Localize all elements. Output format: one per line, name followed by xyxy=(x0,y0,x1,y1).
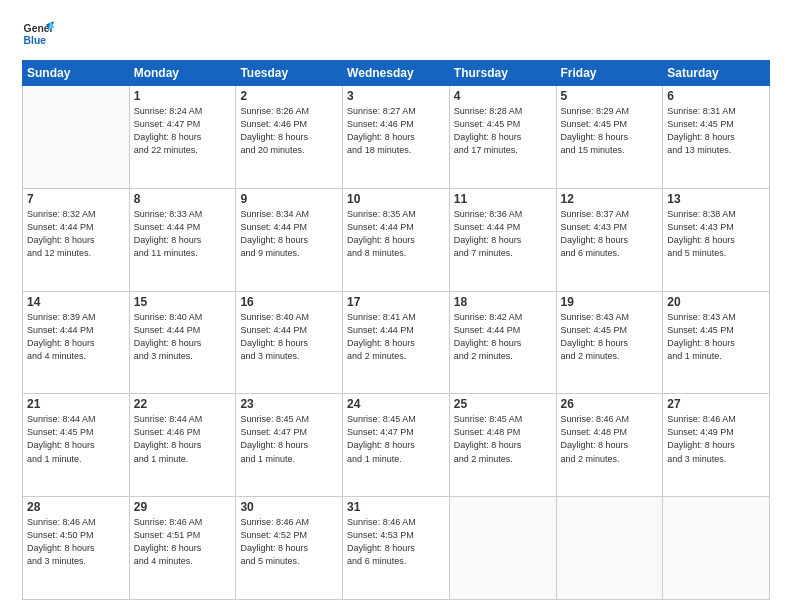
calendar-week-row: 7Sunrise: 8:32 AMSunset: 4:44 PMDaylight… xyxy=(23,188,770,291)
day-info: Sunrise: 8:32 AMSunset: 4:44 PMDaylight:… xyxy=(27,208,125,260)
calendar-cell: 27Sunrise: 8:46 AMSunset: 4:49 PMDayligh… xyxy=(663,394,770,497)
day-info: Sunrise: 8:46 AMSunset: 4:48 PMDaylight:… xyxy=(561,413,659,465)
day-info: Sunrise: 8:34 AMSunset: 4:44 PMDaylight:… xyxy=(240,208,338,260)
calendar-week-row: 21Sunrise: 8:44 AMSunset: 4:45 PMDayligh… xyxy=(23,394,770,497)
day-info: Sunrise: 8:27 AMSunset: 4:46 PMDaylight:… xyxy=(347,105,445,157)
day-number: 22 xyxy=(134,397,232,411)
calendar-col-header-sunday: Sunday xyxy=(23,61,130,86)
calendar-cell: 2Sunrise: 8:26 AMSunset: 4:46 PMDaylight… xyxy=(236,86,343,189)
calendar-cell: 17Sunrise: 8:41 AMSunset: 4:44 PMDayligh… xyxy=(343,291,450,394)
calendar-week-row: 14Sunrise: 8:39 AMSunset: 4:44 PMDayligh… xyxy=(23,291,770,394)
calendar-cell: 9Sunrise: 8:34 AMSunset: 4:44 PMDaylight… xyxy=(236,188,343,291)
day-info: Sunrise: 8:43 AMSunset: 4:45 PMDaylight:… xyxy=(561,311,659,363)
day-number: 2 xyxy=(240,89,338,103)
day-info: Sunrise: 8:42 AMSunset: 4:44 PMDaylight:… xyxy=(454,311,552,363)
calendar-week-row: 28Sunrise: 8:46 AMSunset: 4:50 PMDayligh… xyxy=(23,497,770,600)
day-number: 13 xyxy=(667,192,765,206)
day-info: Sunrise: 8:46 AMSunset: 4:51 PMDaylight:… xyxy=(134,516,232,568)
header: General Blue xyxy=(22,18,770,50)
calendar-cell: 23Sunrise: 8:45 AMSunset: 4:47 PMDayligh… xyxy=(236,394,343,497)
day-number: 23 xyxy=(240,397,338,411)
calendar-col-header-friday: Friday xyxy=(556,61,663,86)
calendar-table: SundayMondayTuesdayWednesdayThursdayFrid… xyxy=(22,60,770,600)
day-info: Sunrise: 8:46 AMSunset: 4:52 PMDaylight:… xyxy=(240,516,338,568)
calendar-header-row: SundayMondayTuesdayWednesdayThursdayFrid… xyxy=(23,61,770,86)
day-number: 26 xyxy=(561,397,659,411)
day-number: 24 xyxy=(347,397,445,411)
day-number: 28 xyxy=(27,500,125,514)
page: General Blue SundayMondayTuesdayWednesda… xyxy=(0,0,792,612)
calendar-cell xyxy=(663,497,770,600)
day-number: 17 xyxy=(347,295,445,309)
day-info: Sunrise: 8:28 AMSunset: 4:45 PMDaylight:… xyxy=(454,105,552,157)
day-number: 4 xyxy=(454,89,552,103)
day-number: 3 xyxy=(347,89,445,103)
calendar-cell: 10Sunrise: 8:35 AMSunset: 4:44 PMDayligh… xyxy=(343,188,450,291)
calendar-week-row: 1Sunrise: 8:24 AMSunset: 4:47 PMDaylight… xyxy=(23,86,770,189)
day-number: 5 xyxy=(561,89,659,103)
calendar-cell: 26Sunrise: 8:46 AMSunset: 4:48 PMDayligh… xyxy=(556,394,663,497)
calendar-cell: 12Sunrise: 8:37 AMSunset: 4:43 PMDayligh… xyxy=(556,188,663,291)
day-number: 10 xyxy=(347,192,445,206)
calendar-col-header-monday: Monday xyxy=(129,61,236,86)
day-info: Sunrise: 8:37 AMSunset: 4:43 PMDaylight:… xyxy=(561,208,659,260)
day-number: 30 xyxy=(240,500,338,514)
day-number: 9 xyxy=(240,192,338,206)
day-number: 19 xyxy=(561,295,659,309)
calendar-cell: 25Sunrise: 8:45 AMSunset: 4:48 PMDayligh… xyxy=(449,394,556,497)
day-number: 18 xyxy=(454,295,552,309)
day-info: Sunrise: 8:40 AMSunset: 4:44 PMDaylight:… xyxy=(134,311,232,363)
calendar-cell: 4Sunrise: 8:28 AMSunset: 4:45 PMDaylight… xyxy=(449,86,556,189)
day-number: 15 xyxy=(134,295,232,309)
day-number: 8 xyxy=(134,192,232,206)
calendar-cell: 31Sunrise: 8:46 AMSunset: 4:53 PMDayligh… xyxy=(343,497,450,600)
day-info: Sunrise: 8:39 AMSunset: 4:44 PMDaylight:… xyxy=(27,311,125,363)
general-blue-logo-icon: General Blue xyxy=(22,18,54,50)
day-info: Sunrise: 8:36 AMSunset: 4:44 PMDaylight:… xyxy=(454,208,552,260)
calendar-cell xyxy=(449,497,556,600)
calendar-col-header-wednesday: Wednesday xyxy=(343,61,450,86)
calendar-cell: 22Sunrise: 8:44 AMSunset: 4:46 PMDayligh… xyxy=(129,394,236,497)
day-info: Sunrise: 8:29 AMSunset: 4:45 PMDaylight:… xyxy=(561,105,659,157)
day-info: Sunrise: 8:40 AMSunset: 4:44 PMDaylight:… xyxy=(240,311,338,363)
day-info: Sunrise: 8:41 AMSunset: 4:44 PMDaylight:… xyxy=(347,311,445,363)
calendar-cell: 16Sunrise: 8:40 AMSunset: 4:44 PMDayligh… xyxy=(236,291,343,394)
day-number: 21 xyxy=(27,397,125,411)
calendar-cell: 15Sunrise: 8:40 AMSunset: 4:44 PMDayligh… xyxy=(129,291,236,394)
calendar-cell: 24Sunrise: 8:45 AMSunset: 4:47 PMDayligh… xyxy=(343,394,450,497)
day-number: 6 xyxy=(667,89,765,103)
day-info: Sunrise: 8:45 AMSunset: 4:47 PMDaylight:… xyxy=(240,413,338,465)
calendar-col-header-thursday: Thursday xyxy=(449,61,556,86)
calendar-cell: 7Sunrise: 8:32 AMSunset: 4:44 PMDaylight… xyxy=(23,188,130,291)
calendar-cell: 19Sunrise: 8:43 AMSunset: 4:45 PMDayligh… xyxy=(556,291,663,394)
day-info: Sunrise: 8:46 AMSunset: 4:53 PMDaylight:… xyxy=(347,516,445,568)
day-number: 11 xyxy=(454,192,552,206)
day-number: 14 xyxy=(27,295,125,309)
calendar-col-header-saturday: Saturday xyxy=(663,61,770,86)
calendar-cell: 8Sunrise: 8:33 AMSunset: 4:44 PMDaylight… xyxy=(129,188,236,291)
day-info: Sunrise: 8:46 AMSunset: 4:49 PMDaylight:… xyxy=(667,413,765,465)
day-number: 27 xyxy=(667,397,765,411)
day-info: Sunrise: 8:31 AMSunset: 4:45 PMDaylight:… xyxy=(667,105,765,157)
calendar-cell: 18Sunrise: 8:42 AMSunset: 4:44 PMDayligh… xyxy=(449,291,556,394)
calendar-cell: 14Sunrise: 8:39 AMSunset: 4:44 PMDayligh… xyxy=(23,291,130,394)
calendar-cell: 28Sunrise: 8:46 AMSunset: 4:50 PMDayligh… xyxy=(23,497,130,600)
day-number: 12 xyxy=(561,192,659,206)
calendar-cell: 5Sunrise: 8:29 AMSunset: 4:45 PMDaylight… xyxy=(556,86,663,189)
calendar-col-header-tuesday: Tuesday xyxy=(236,61,343,86)
day-number: 7 xyxy=(27,192,125,206)
day-number: 31 xyxy=(347,500,445,514)
day-info: Sunrise: 8:35 AMSunset: 4:44 PMDaylight:… xyxy=(347,208,445,260)
calendar-cell: 6Sunrise: 8:31 AMSunset: 4:45 PMDaylight… xyxy=(663,86,770,189)
day-info: Sunrise: 8:46 AMSunset: 4:50 PMDaylight:… xyxy=(27,516,125,568)
calendar-cell: 21Sunrise: 8:44 AMSunset: 4:45 PMDayligh… xyxy=(23,394,130,497)
day-number: 20 xyxy=(667,295,765,309)
day-number: 1 xyxy=(134,89,232,103)
svg-text:Blue: Blue xyxy=(24,35,47,46)
calendar-cell xyxy=(556,497,663,600)
day-info: Sunrise: 8:43 AMSunset: 4:45 PMDaylight:… xyxy=(667,311,765,363)
calendar-cell: 13Sunrise: 8:38 AMSunset: 4:43 PMDayligh… xyxy=(663,188,770,291)
calendar-cell: 1Sunrise: 8:24 AMSunset: 4:47 PMDaylight… xyxy=(129,86,236,189)
day-number: 25 xyxy=(454,397,552,411)
logo: General Blue xyxy=(22,18,54,50)
